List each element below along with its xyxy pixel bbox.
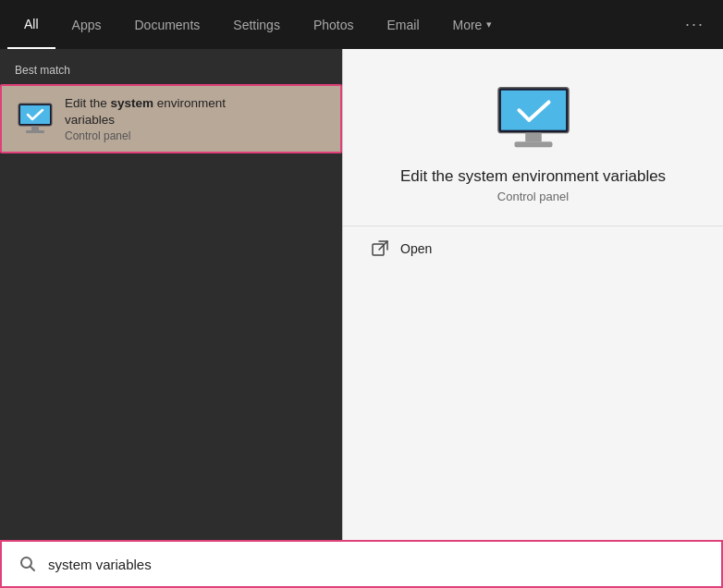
svg-rect-6 [500,91,565,130]
tab-settings[interactable]: Settings [216,0,297,49]
detail-app-icon [496,86,570,151]
tab-email[interactable]: Email [370,0,435,49]
tab-documents[interactable]: Documents [117,0,216,49]
tab-all[interactable]: All [7,0,55,49]
tab-email-label: Email [386,18,419,32]
detail-subtitle: Control panel [497,190,569,203]
svg-rect-8 [514,141,552,147]
result-item[interactable]: Edit the system environmentvariables Con… [0,84,342,153]
top-nav: All Apps Documents Settings Photos Email… [0,0,723,49]
tab-apps[interactable]: Apps [55,0,118,49]
open-action[interactable]: Open [343,227,723,271]
main-area: Best match [0,49,723,540]
svg-rect-2 [20,105,50,124]
right-panel: Edit the system environment variables Co… [342,49,723,540]
result-app-icon [17,101,54,138]
detail-title: Edit the system environment variables [382,167,684,186]
more-options-button[interactable]: ··· [674,15,716,34]
tab-settings-label: Settings [233,18,280,32]
svg-rect-3 [31,126,39,130]
tab-all-label: All [24,17,39,31]
tab-more[interactable]: More ▾ [436,0,509,49]
detail-monitor-icon [496,85,570,152]
open-label: Open [400,241,432,256]
monitor-icon [17,102,54,137]
open-icon [371,239,389,258]
search-input[interactable] [48,557,706,572]
result-subtitle: Control panel [65,129,226,142]
tab-apps-label: Apps [72,18,102,32]
chevron-down-icon: ▾ [486,18,492,31]
result-title: Edit the system environmentvariables [65,95,226,128]
search-bar [0,540,723,588]
section-best-match-label: Best match [0,64,342,84]
tab-photos-label: Photos [313,18,354,32]
tab-more-label: More [453,18,483,32]
result-text-block: Edit the system environmentvariables Con… [65,95,226,142]
left-panel: Best match [0,49,342,540]
search-icon [17,553,39,575]
tab-documents-label: Documents [134,18,200,32]
tab-photos[interactable]: Photos [297,0,371,49]
svg-line-12 [31,567,35,571]
svg-rect-4 [26,130,44,133]
svg-rect-7 [525,133,542,142]
